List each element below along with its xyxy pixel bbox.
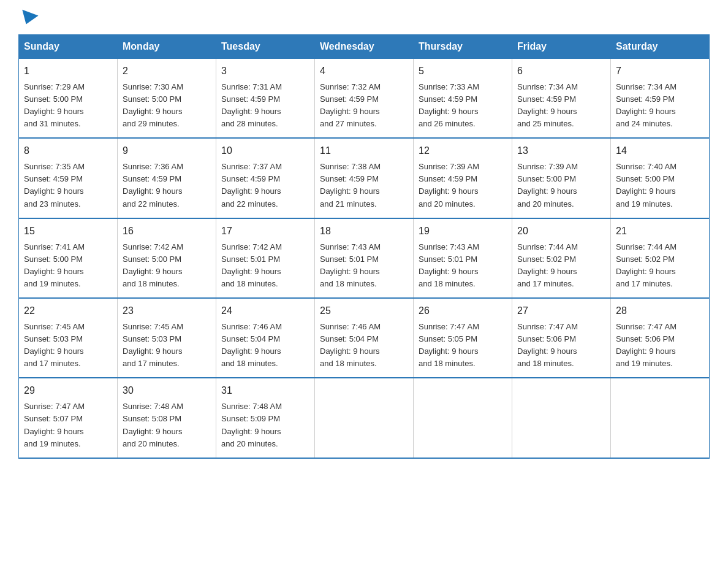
calendar-cell: 6Sunrise: 7:34 AMSunset: 4:59 PMDaylight…	[512, 59, 611, 139]
calendar-cell: 30Sunrise: 7:48 AMSunset: 5:08 PMDayligh…	[118, 378, 216, 458]
calendar-cell: 24Sunrise: 7:46 AMSunset: 5:04 PMDayligh…	[216, 298, 315, 378]
cell-content: Sunrise: 7:39 AMSunset: 5:00 PMDaylight:…	[517, 161, 605, 210]
cell-content: Sunrise: 7:42 AMSunset: 5:00 PMDaylight:…	[123, 241, 211, 291]
cell-content: Sunrise: 7:47 AMSunset: 5:06 PMDaylight:…	[517, 321, 605, 370]
cell-content: Sunrise: 7:35 AMSunset: 4:59 PMDaylight:…	[24, 161, 112, 210]
cell-content: Sunrise: 7:31 AMSunset: 4:59 PMDaylight:…	[221, 81, 309, 131]
cell-content: Sunrise: 7:47 AMSunset: 5:05 PMDaylight:…	[419, 321, 507, 370]
calendar-week-row: 29Sunrise: 7:47 AMSunset: 5:07 PMDayligh…	[19, 378, 710, 458]
page-header	[18, 12, 710, 22]
cell-content: Sunrise: 7:40 AMSunset: 5:00 PMDaylight:…	[616, 161, 704, 210]
calendar-cell	[512, 378, 611, 458]
day-number: 22	[24, 304, 112, 319]
calendar-cell: 20Sunrise: 7:44 AMSunset: 5:02 PMDayligh…	[512, 218, 611, 298]
day-number: 6	[517, 64, 605, 79]
cell-content: Sunrise: 7:33 AMSunset: 4:59 PMDaylight:…	[419, 81, 507, 131]
calendar-week-row: 22Sunrise: 7:45 AMSunset: 5:03 PMDayligh…	[19, 298, 710, 378]
header-saturday: Saturday	[611, 35, 710, 59]
calendar-cell: 31Sunrise: 7:48 AMSunset: 5:09 PMDayligh…	[216, 378, 315, 458]
calendar-cell: 21Sunrise: 7:44 AMSunset: 5:02 PMDayligh…	[611, 218, 710, 298]
calendar-cell: 1Sunrise: 7:29 AMSunset: 5:00 PMDaylight…	[19, 59, 118, 139]
day-number: 28	[616, 304, 704, 319]
day-number: 12	[419, 144, 507, 159]
header-friday: Friday	[512, 35, 611, 59]
cell-content: Sunrise: 7:45 AMSunset: 5:03 PMDaylight:…	[123, 321, 211, 370]
cell-content: Sunrise: 7:41 AMSunset: 5:00 PMDaylight:…	[24, 241, 112, 291]
calendar-cell: 12Sunrise: 7:39 AMSunset: 4:59 PMDayligh…	[414, 138, 512, 218]
cell-content: Sunrise: 7:36 AMSunset: 4:59 PMDaylight:…	[123, 161, 211, 210]
cell-content: Sunrise: 7:46 AMSunset: 5:04 PMDaylight:…	[221, 321, 309, 370]
day-number: 24	[221, 304, 309, 319]
day-number: 25	[320, 304, 408, 319]
day-number: 16	[123, 224, 211, 239]
day-number: 31	[221, 383, 309, 399]
day-number: 29	[24, 383, 112, 399]
day-number: 3	[221, 64, 309, 79]
day-number: 17	[221, 224, 309, 239]
day-number: 2	[123, 64, 211, 79]
header-thursday: Thursday	[414, 35, 512, 59]
calendar-cell: 2Sunrise: 7:30 AMSunset: 5:00 PMDaylight…	[118, 59, 216, 139]
calendar-cell: 14Sunrise: 7:40 AMSunset: 5:00 PMDayligh…	[611, 138, 710, 218]
calendar-cell: 4Sunrise: 7:32 AMSunset: 4:59 PMDaylight…	[315, 59, 414, 139]
calendar-week-row: 8Sunrise: 7:35 AMSunset: 4:59 PMDaylight…	[19, 138, 710, 218]
calendar-header-row: SundayMondayTuesdayWednesdayThursdayFrid…	[19, 35, 710, 59]
header-wednesday: Wednesday	[315, 35, 414, 59]
cell-content: Sunrise: 7:44 AMSunset: 5:02 PMDaylight:…	[616, 241, 704, 291]
day-number: 10	[221, 144, 309, 159]
calendar-cell: 28Sunrise: 7:47 AMSunset: 5:06 PMDayligh…	[611, 298, 710, 378]
day-number: 23	[123, 304, 211, 319]
calendar-cell	[315, 378, 414, 458]
day-number: 21	[616, 224, 704, 239]
cell-content: Sunrise: 7:43 AMSunset: 5:01 PMDaylight:…	[320, 241, 408, 291]
cell-content: Sunrise: 7:45 AMSunset: 5:03 PMDaylight:…	[24, 321, 112, 370]
calendar-cell: 9Sunrise: 7:36 AMSunset: 4:59 PMDaylight…	[118, 138, 216, 218]
header-monday: Monday	[118, 35, 216, 59]
calendar-cell: 3Sunrise: 7:31 AMSunset: 4:59 PMDaylight…	[216, 59, 315, 139]
cell-content: Sunrise: 7:44 AMSunset: 5:02 PMDaylight:…	[517, 241, 605, 291]
cell-content: Sunrise: 7:47 AMSunset: 5:07 PMDaylight:…	[24, 400, 112, 450]
cell-content: Sunrise: 7:47 AMSunset: 5:06 PMDaylight:…	[616, 321, 704, 370]
header-sunday: Sunday	[19, 35, 118, 59]
calendar-cell: 25Sunrise: 7:46 AMSunset: 5:04 PMDayligh…	[315, 298, 414, 378]
calendar-cell: 22Sunrise: 7:45 AMSunset: 5:03 PMDayligh…	[19, 298, 118, 378]
day-number: 5	[419, 64, 507, 79]
logo-triangle-icon	[18, 10, 38, 27]
cell-content: Sunrise: 7:43 AMSunset: 5:01 PMDaylight:…	[419, 241, 507, 291]
calendar-cell: 8Sunrise: 7:35 AMSunset: 4:59 PMDaylight…	[19, 138, 118, 218]
cell-content: Sunrise: 7:48 AMSunset: 5:08 PMDaylight:…	[123, 400, 211, 450]
calendar-cell	[414, 378, 512, 458]
day-number: 14	[616, 144, 704, 159]
cell-content: Sunrise: 7:34 AMSunset: 4:59 PMDaylight:…	[517, 81, 605, 131]
day-number: 13	[517, 144, 605, 159]
calendar-cell: 23Sunrise: 7:45 AMSunset: 5:03 PMDayligh…	[118, 298, 216, 378]
cell-content: Sunrise: 7:34 AMSunset: 4:59 PMDaylight:…	[616, 81, 704, 131]
calendar-cell: 29Sunrise: 7:47 AMSunset: 5:07 PMDayligh…	[19, 378, 118, 458]
day-number: 30	[123, 383, 211, 399]
calendar-cell: 10Sunrise: 7:37 AMSunset: 4:59 PMDayligh…	[216, 138, 315, 218]
day-number: 26	[419, 304, 507, 319]
calendar-week-row: 1Sunrise: 7:29 AMSunset: 5:00 PMDaylight…	[19, 59, 710, 139]
cell-content: Sunrise: 7:42 AMSunset: 5:01 PMDaylight:…	[221, 241, 309, 291]
day-number: 1	[24, 64, 112, 79]
calendar-table: SundayMondayTuesdayWednesdayThursdayFrid…	[18, 34, 710, 459]
calendar-cell: 19Sunrise: 7:43 AMSunset: 5:01 PMDayligh…	[414, 218, 512, 298]
day-number: 7	[616, 64, 704, 79]
cell-content: Sunrise: 7:37 AMSunset: 4:59 PMDaylight:…	[221, 161, 309, 210]
day-number: 11	[320, 144, 408, 159]
day-number: 15	[24, 224, 112, 239]
calendar-cell: 27Sunrise: 7:47 AMSunset: 5:06 PMDayligh…	[512, 298, 611, 378]
cell-content: Sunrise: 7:46 AMSunset: 5:04 PMDaylight:…	[320, 321, 408, 370]
cell-content: Sunrise: 7:48 AMSunset: 5:09 PMDaylight:…	[221, 400, 309, 450]
calendar-cell: 15Sunrise: 7:41 AMSunset: 5:00 PMDayligh…	[19, 218, 118, 298]
day-number: 18	[320, 224, 408, 239]
cell-content: Sunrise: 7:32 AMSunset: 4:59 PMDaylight:…	[320, 81, 408, 131]
day-number: 20	[517, 224, 605, 239]
calendar-cell	[611, 378, 710, 458]
calendar-week-row: 15Sunrise: 7:41 AMSunset: 5:00 PMDayligh…	[19, 218, 710, 298]
logo	[18, 12, 38, 22]
calendar-cell: 16Sunrise: 7:42 AMSunset: 5:00 PMDayligh…	[118, 218, 216, 298]
cell-content: Sunrise: 7:29 AMSunset: 5:00 PMDaylight:…	[24, 81, 112, 131]
day-number: 27	[517, 304, 605, 319]
cell-content: Sunrise: 7:39 AMSunset: 4:59 PMDaylight:…	[419, 161, 507, 210]
